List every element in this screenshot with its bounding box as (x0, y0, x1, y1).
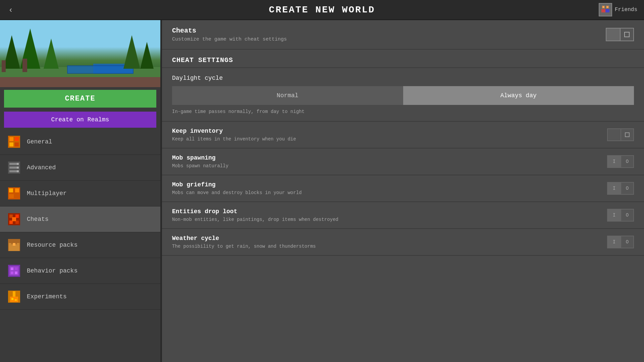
svg-rect-44 (15, 299, 17, 301)
sidebar-item-resource-packs[interactable]: Resource packs (0, 232, 160, 258)
cheats-header: Cheats Customize the game with cheat set… (162, 20, 644, 50)
page-title: CREATE NEW WORLD (269, 5, 375, 15)
svg-rect-36 (11, 267, 13, 270)
daylight-cycle-label: Daylight cycle (172, 75, 634, 81)
svg-rect-15 (17, 163, 19, 165)
sidebar-item-experiments-label: Experiments (27, 293, 67, 300)
mob-spawning-toggle-on[interactable]: I (608, 156, 621, 167)
friends-icon (599, 3, 612, 16)
mob-griefing-title: Mob griefing (172, 181, 302, 188)
mob-griefing-toggle[interactable]: I O (607, 182, 634, 195)
keep-inventory-toggle-off[interactable] (608, 129, 621, 140)
sidebar-item-multiplayer-label: Multiplayer (27, 190, 67, 197)
mob-griefing-toggle-on[interactable]: I (608, 183, 621, 194)
sidebar-item-resource-packs-label: Resource packs (27, 242, 77, 248)
svg-rect-9 (9, 142, 13, 146)
daylight-always-day-button[interactable]: Always day (403, 86, 634, 105)
mob-spawning-text: Mob spawning Mobs spawn naturally (172, 155, 228, 169)
mob-spawning-toggle[interactable]: I O (607, 155, 634, 168)
mob-spawning-description: Mobs spawn naturally (172, 163, 228, 169)
svg-rect-41 (13, 291, 15, 297)
behavior-packs-icon (7, 263, 21, 278)
svg-rect-5 (605, 9, 609, 12)
keep-inventory-title: Keep inventory (172, 128, 296, 134)
cheats-icon (7, 212, 21, 227)
keep-inventory-toggle[interactable] (607, 128, 634, 141)
sidebar-item-advanced-label: Advanced (27, 164, 56, 171)
mob-spawning-row: Mob spawning Mobs spawn naturally I O (162, 148, 644, 175)
svg-rect-20 (9, 188, 13, 192)
multiplayer-icon (7, 186, 21, 201)
svg-rect-8 (15, 137, 19, 141)
weather-cycle-row: Weather cycle The possibility to get rai… (162, 229, 644, 256)
entities-drop-loot-toggle-off[interactable]: O (621, 209, 633, 221)
keep-inventory-toggle-icon (625, 132, 630, 137)
svg-rect-22 (9, 194, 14, 198)
entities-drop-loot-toggle[interactable]: I O (607, 209, 634, 222)
right-panel: Cheats Customize the game with cheat set… (162, 20, 644, 362)
sidebar: CREATE Create on Realms General (0, 20, 161, 362)
sidebar-item-experiments[interactable]: Experiments (0, 284, 160, 310)
back-button[interactable]: ‹ (7, 2, 15, 17)
mob-griefing-description: Mobs can move and destroy blocks in your… (172, 190, 302, 195)
svg-rect-21 (15, 188, 19, 192)
cheats-toggle-icon[interactable] (620, 28, 633, 41)
friends-label: Friends (615, 7, 637, 13)
svg-rect-43 (11, 298, 13, 300)
resource-packs-icon (7, 238, 21, 252)
sidebar-item-behavior-packs[interactable]: Behavior packs (0, 258, 160, 284)
mob-spawning-title: Mob spawning (172, 155, 228, 161)
header: ‹ CREATE NEW WORLD Friends (0, 0, 644, 20)
cheat-settings-title: CHEAT SETTINGS (162, 50, 644, 68)
daylight-normal-button[interactable]: Normal (172, 86, 403, 105)
svg-rect-42 (10, 297, 18, 302)
weather-cycle-toggle-off[interactable]: O (621, 236, 633, 248)
cheats-title: Cheats (172, 27, 287, 35)
cheats-toggle-square (624, 32, 630, 37)
daylight-cycle-description: In-game time passes normally, from day t… (172, 109, 634, 114)
sidebar-item-cheats[interactable]: Cheats (0, 206, 160, 232)
sidebar-item-multiplayer[interactable]: Multiplayer (0, 181, 160, 206)
entities-drop-loot-toggle-on[interactable]: I (608, 209, 621, 221)
mob-spawning-toggle-off[interactable]: O (621, 156, 633, 167)
sidebar-item-cheats-label: Cheats (27, 216, 49, 223)
svg-rect-7 (9, 137, 13, 141)
sidebar-item-behavior-packs-label: Behavior packs (27, 267, 77, 274)
keep-inventory-toggle-sq[interactable] (621, 129, 633, 140)
general-icon (7, 134, 21, 149)
svg-rect-4 (607, 6, 608, 8)
main-content: CREATE Create on Realms General (0, 20, 644, 362)
world-preview (0, 20, 160, 87)
create-button[interactable]: CREATE (4, 90, 156, 108)
svg-rect-16 (17, 167, 19, 169)
cheats-toggle[interactable] (606, 28, 634, 41)
mob-griefing-text: Mob griefing Mobs can move and destroy b… (172, 181, 302, 195)
svg-rect-1 (603, 6, 604, 8)
cheats-description: Customize the game with cheat settings (172, 37, 287, 42)
cheats-toggle-off[interactable] (606, 28, 620, 41)
daylight-cycle-buttons: Normal Always day (172, 86, 634, 105)
entities-drop-loot-row: Entities drop loot Non-mob entities, lik… (162, 202, 644, 229)
sidebar-item-general[interactable]: General (0, 129, 160, 155)
svg-rect-38 (11, 272, 13, 274)
svg-rect-17 (17, 170, 19, 172)
keep-inventory-text: Keep inventory Keep all items in the inv… (172, 128, 296, 142)
weather-cycle-title: Weather cycle (172, 235, 316, 242)
svg-rect-33 (13, 243, 15, 246)
weather-cycle-toggle-on[interactable]: I (608, 236, 621, 248)
mob-griefing-row: Mob griefing Mobs can move and destroy b… (162, 175, 644, 202)
svg-rect-2 (601, 9, 605, 12)
entities-drop-loot-text: Entities drop loot Non-mob entities, lik… (172, 208, 338, 222)
create-realms-button[interactable]: Create on Realms (4, 112, 156, 128)
daylight-cycle-section: Daylight cycle Normal Always day In-game… (162, 68, 644, 122)
mob-griefing-toggle-off[interactable]: O (621, 183, 633, 194)
sidebar-item-advanced[interactable]: Advanced (0, 155, 160, 181)
experiments-icon (7, 289, 21, 304)
weather-cycle-toggle[interactable]: I O (607, 236, 634, 248)
entities-drop-loot-description: Non-mob entities, like paintings, drop i… (172, 217, 338, 222)
svg-rect-10 (15, 142, 19, 146)
friends-button[interactable]: Friends (599, 3, 637, 16)
svg-rect-29 (12, 217, 16, 221)
weather-cycle-description: The possibility to get rain, snow and th… (172, 244, 316, 249)
keep-inventory-row: Keep inventory Keep all items in the inv… (162, 122, 644, 148)
